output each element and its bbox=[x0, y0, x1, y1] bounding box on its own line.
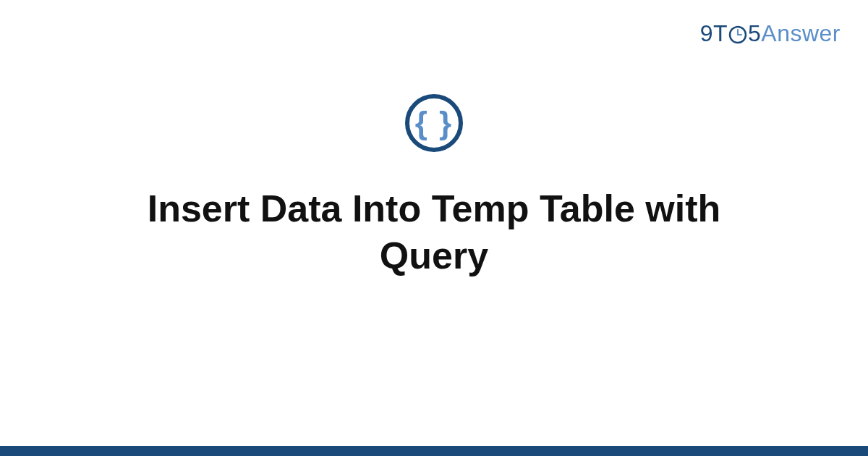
logo-clock-icon bbox=[728, 25, 747, 44]
logo-t: T bbox=[713, 20, 728, 47]
logo-answer: Answer bbox=[761, 20, 841, 47]
logo-five: 5 bbox=[748, 20, 761, 47]
footer-accent-bar bbox=[0, 446, 868, 456]
main-content: { } Insert Data Into Temp Table with Que… bbox=[0, 94, 868, 279]
logo-nine: 9 bbox=[700, 20, 713, 47]
page-title: Insert Data Into Temp Table with Query bbox=[72, 185, 796, 279]
braces-symbol: { } bbox=[415, 107, 453, 139]
brand-logo: 9 T 5 Answer bbox=[700, 20, 841, 47]
category-braces-icon: { } bbox=[405, 94, 463, 152]
